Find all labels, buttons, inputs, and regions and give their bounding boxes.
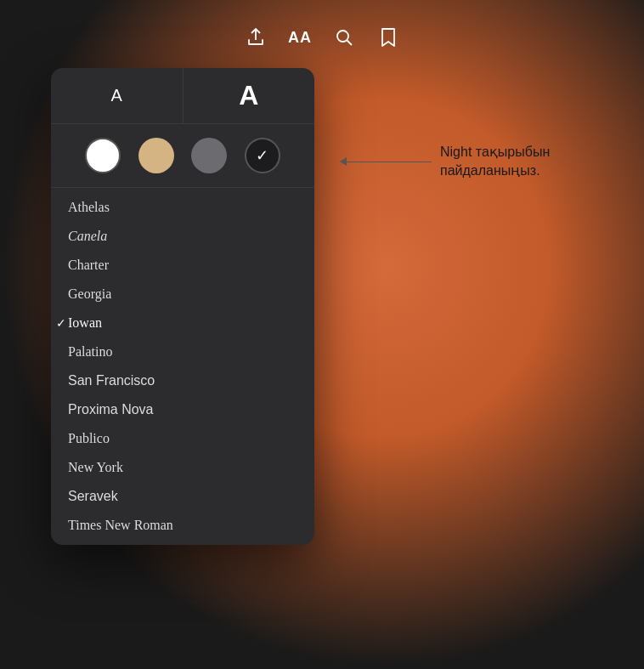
font-size-label: AA [288, 29, 312, 47]
font-item-georgia[interactable]: Georgia [51, 280, 314, 309]
font-item-new-york[interactable]: New York [51, 453, 314, 482]
font-name-publico: Publico [68, 431, 110, 446]
font-item-iowan[interactable]: ✓ Iowan [51, 309, 314, 337]
font-item-proxima-nova[interactable]: Proxima Nova [51, 395, 314, 424]
font-size-large-label: A [239, 80, 258, 111]
font-item-palatino[interactable]: Palatino [51, 337, 314, 366]
theme-sepia-button[interactable] [138, 138, 174, 173]
font-size-increase-button[interactable]: A [184, 68, 315, 123]
font-item-canela[interactable]: Canela [51, 222, 314, 251]
svg-line-1 [347, 41, 353, 46]
annotation-text: Night тақырыбын пайдаланыңыз. [440, 143, 610, 181]
font-name-athelas: Athelas [68, 200, 110, 215]
theme-row: ✓ [51, 124, 314, 188]
font-name-san-francisco: San Francisco [68, 373, 155, 388]
font-item-athelas[interactable]: Athelas [51, 193, 314, 222]
font-name-palatino: Palatino [68, 344, 112, 360]
annotation-arrow [347, 162, 432, 163]
font-name-new-york: New York [68, 460, 123, 475]
font-item-times-new-roman[interactable]: Times New Roman [51, 511, 314, 540]
theme-night-check: ✓ [256, 146, 268, 165]
font-name-georgia: Georgia [68, 286, 111, 302]
annotation-line [347, 162, 432, 163]
font-iowan-check: ✓ [56, 316, 66, 331]
font-name-canela: Canela [68, 229, 107, 244]
font-item-seravek[interactable]: Seravek [51, 482, 314, 511]
annotation-arrowhead [340, 157, 347, 166]
theme-night-button[interactable]: ✓ [245, 138, 280, 173]
font-size-icon[interactable]: AA [288, 26, 312, 49]
font-list: Athelas Canela Charter Georgia ✓ Iowan P… [51, 188, 314, 545]
search-icon[interactable] [332, 26, 356, 49]
dropdown-panel: A A ✓ Athelas Canela Charter Georgia ✓ I… [51, 68, 314, 545]
font-item-charter[interactable]: Charter [51, 251, 314, 280]
theme-gray-button[interactable] [191, 138, 227, 173]
svg-point-0 [337, 31, 348, 42]
bookmark-icon[interactable] [376, 26, 400, 49]
toolbar: AA [244, 26, 400, 49]
font-name-proxima-nova: Proxima Nova [68, 402, 153, 417]
font-name-charter: Charter [68, 258, 109, 273]
font-size-row: A A [51, 68, 314, 124]
share-icon[interactable] [244, 26, 268, 49]
font-size-decrease-button[interactable]: A [51, 68, 184, 123]
annotation: Night тақырыбын пайдаланыңыз. [347, 143, 610, 181]
font-item-san-francisco[interactable]: San Francisco [51, 366, 314, 395]
theme-white-button[interactable] [85, 138, 121, 173]
font-name-times-new-roman: Times New Roman [68, 518, 173, 533]
font-item-publico[interactable]: Publico [51, 424, 314, 453]
font-name-iowan: Iowan [68, 315, 102, 331]
font-size-small-label: A [111, 86, 122, 105]
font-name-seravek: Seravek [68, 489, 118, 504]
